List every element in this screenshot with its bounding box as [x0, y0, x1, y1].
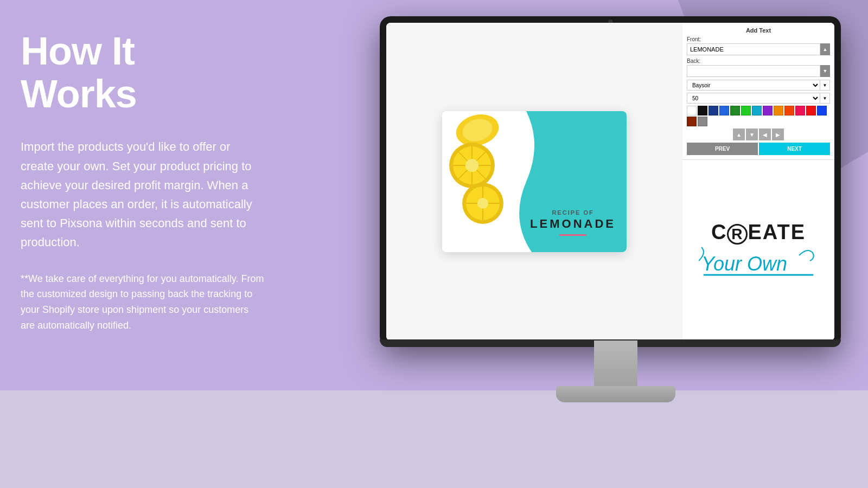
font-dropdown-row: Baysoir ▼	[687, 80, 830, 91]
r-ring-icon: R	[727, 224, 748, 245]
monitor-screen: RECIPE OF LEMONADE Add Text Front: ▲	[386, 23, 834, 341]
pink-underline	[559, 234, 586, 236]
color-palette	[687, 106, 830, 126]
size-dropdown-arrow: ▼	[820, 93, 830, 104]
color-black[interactable]	[698, 106, 707, 115]
color-pink[interactable]	[795, 106, 805, 115]
arrow-right-btn[interactable]: ▶	[772, 129, 784, 140]
size-dropdown-row: 50 ▼	[687, 93, 830, 104]
color-dark-blue[interactable]	[709, 106, 718, 115]
description-text: Import the products you'd like to offer …	[21, 137, 265, 252]
color-orange[interactable]	[774, 106, 783, 115]
back-label: Back:	[687, 58, 830, 64]
create-text: CREATE	[699, 222, 818, 245]
create-rest: EATE	[748, 221, 806, 243]
color-cyan[interactable]	[752, 106, 762, 115]
front-input[interactable]	[687, 43, 820, 55]
back-scroll-btn[interactable]: ▼	[820, 65, 830, 77]
prev-button[interactable]: PREV	[687, 143, 758, 155]
add-text-header: Add Text	[687, 27, 830, 34]
left-section: How It Works Import the products you'd l…	[21, 30, 265, 333]
font-dropdown-arrow: ▼	[820, 80, 830, 91]
color-purple[interactable]	[763, 106, 773, 115]
your-own-svg: Your Own	[699, 245, 818, 277]
color-brown[interactable]	[687, 117, 697, 126]
footnote-text: **We take care of everything for you aut…	[21, 271, 265, 333]
front-input-row: ▲	[687, 43, 830, 55]
svg-point-8	[465, 159, 478, 172]
monitor-container: RECIPE OF LEMONADE Add Text Front: ▲	[380, 16, 852, 439]
create-section: CREATE Your Own	[682, 160, 834, 341]
svg-point-13	[477, 198, 488, 209]
color-blue[interactable]	[719, 106, 729, 115]
front-scroll-btn[interactable]: ▲	[820, 43, 830, 55]
monitor-stand-base	[556, 386, 675, 402]
page-wrapper: How It Works Import the products you'd l…	[0, 0, 868, 488]
back-input[interactable]	[687, 65, 820, 77]
color-white[interactable]	[687, 106, 697, 115]
color-green[interactable]	[741, 106, 751, 115]
nav-buttons: PREV NEXT	[687, 143, 830, 155]
arrow-up-btn[interactable]: ▲	[733, 129, 745, 140]
mockup-text-area: RECIPE OF LEMONADE	[530, 209, 616, 236]
main-title: How It Works	[21, 30, 265, 115]
add-text-section: Add Text Front: ▲ Back: ▼	[682, 23, 834, 160]
title-line2: Works	[21, 72, 137, 115]
recipe-of-label: RECIPE OF	[530, 209, 616, 216]
monitor-stand-neck	[594, 341, 637, 389]
color-bright-blue[interactable]	[817, 106, 827, 115]
arrow-left-btn[interactable]: ◀	[759, 129, 771, 140]
size-select[interactable]: 50	[687, 93, 820, 104]
color-red-orange[interactable]	[784, 106, 794, 115]
monitor-outer: RECIPE OF LEMONADE Add Text Front: ▲	[380, 16, 841, 347]
color-red[interactable]	[806, 106, 816, 115]
svg-text:Your Own: Your Own	[701, 253, 787, 275]
right-panel: Add Text Front: ▲ Back: ▼	[682, 23, 834, 341]
title-line1: How It	[21, 29, 135, 73]
font-select[interactable]: Baysoir	[687, 80, 820, 91]
arrow-down-btn[interactable]: ▼	[746, 129, 758, 140]
color-gray[interactable]	[698, 117, 707, 126]
next-button[interactable]: NEXT	[759, 143, 830, 155]
create-label: C	[711, 221, 727, 243]
front-label: Front:	[687, 36, 830, 42]
back-input-row: ▼	[687, 65, 830, 77]
arrow-controls: ▲ ▼ ◀ ▶	[687, 129, 830, 140]
color-dark-green[interactable]	[730, 106, 740, 115]
create-logo: CREATE Your Own	[699, 222, 818, 279]
lemonade-title: LEMONADE	[530, 217, 616, 231]
product-mockup: RECIPE OF LEMONADE	[442, 111, 627, 252]
product-area: RECIPE OF LEMONADE	[386, 23, 682, 341]
